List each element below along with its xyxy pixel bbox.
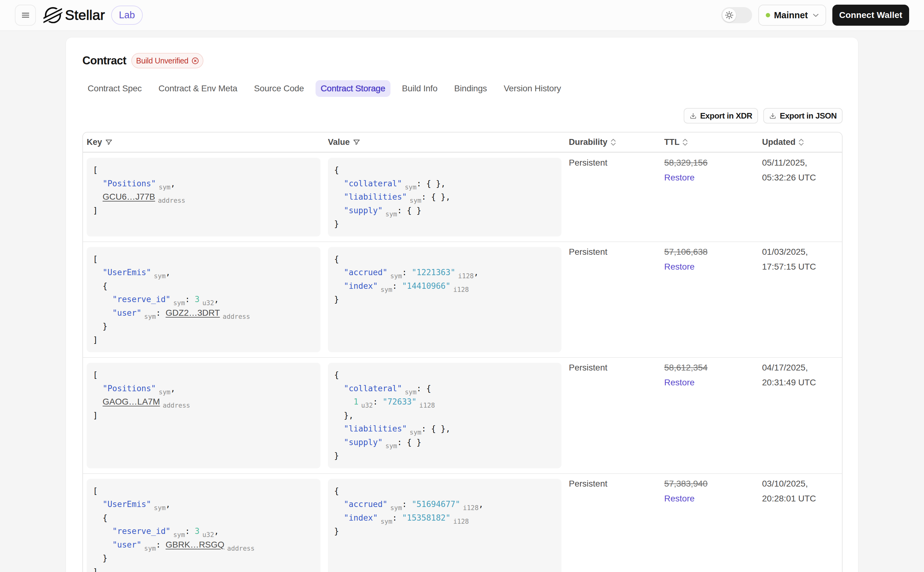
code-token-p: { [93, 281, 107, 291]
code-token-k: "index" [344, 513, 378, 522]
stellar-logo[interactable]: Stellar [44, 7, 105, 23]
theme-toggle[interactable] [721, 7, 752, 23]
tab-version-history[interactable]: Version History [499, 80, 566, 97]
code-token-p: : { [417, 384, 431, 393]
sort-icon [683, 139, 688, 146]
ttl-cell: 57,106,638Restore [661, 241, 758, 358]
code-token-p: }, [334, 411, 354, 420]
code-token-p [334, 192, 344, 202]
address-link[interactable]: GDZ2…3DRT [166, 308, 220, 317]
tab-contract-storage[interactable]: Contract Storage [316, 80, 390, 97]
code-token-p: : [392, 513, 402, 522]
code-token-p: : { }, [417, 179, 446, 188]
code-token-k: "reserve_id" [112, 527, 171, 536]
download-icon [769, 112, 776, 120]
restore-link[interactable]: Restore [664, 260, 754, 274]
code-token-t: sym [410, 429, 422, 436]
connect-wallet-button[interactable]: Connect Wallet [832, 5, 909, 26]
column-header-updated[interactable]: Updated [758, 132, 843, 152]
column-header-ttl[interactable]: TTL [661, 132, 758, 152]
download-icon [689, 112, 697, 120]
code-token-t: sym [154, 272, 166, 280]
code-token-p: } [93, 553, 107, 563]
updated-value: 04/17/2025,20:31:49 UTC [762, 360, 840, 390]
code-token-p: [ [93, 486, 98, 496]
ttl-cell: 57,383,940Restore [661, 473, 758, 572]
code-token-p [334, 513, 344, 522]
restore-link[interactable]: Restore [664, 375, 754, 390]
code-token-t: i128 [419, 402, 435, 409]
durability-value: Persistent [569, 155, 657, 170]
code-token-k: "liabilities" [344, 424, 407, 433]
updated-cell: 05/11/2025,05:32:26 UTC [758, 152, 843, 241]
code-token-t: sym [390, 272, 402, 280]
code-token-t: address [222, 313, 250, 320]
hamburger-icon [22, 12, 29, 18]
column-header-value[interactable]: Value [324, 132, 565, 152]
address-link[interactable]: GBRK…RSGQ [166, 540, 224, 549]
code-token-p: , [170, 384, 175, 393]
code-token-k: "collateral" [344, 179, 402, 188]
code-token-t: sym [386, 210, 397, 218]
code-token-k: "collateral" [344, 384, 402, 393]
code-token-t: sym [144, 545, 156, 552]
code-token-p: : [156, 308, 165, 317]
tab-source-code[interactable]: Source Code [249, 80, 309, 97]
code-token-k: "supply" [344, 206, 383, 215]
key-cell: [ "UserEmis"sym, { "reserve_id"sym: 3u32… [83, 241, 324, 358]
restore-link[interactable]: Restore [664, 491, 754, 506]
column-header-durability[interactable]: Durability [565, 132, 661, 152]
code-token-k: "accrued" [344, 500, 387, 509]
tab-contract-env-meta[interactable]: Contract & Env Meta [153, 80, 243, 97]
durability-cell: Persistent [565, 241, 661, 358]
code-token-k: "accrued" [344, 268, 387, 277]
code-token-t: sym [405, 389, 417, 396]
code-token-p: , [214, 527, 219, 536]
theme-toggle-knob [722, 8, 736, 22]
code-token-t: address [163, 402, 190, 409]
sort-icon [799, 139, 804, 146]
ttl-value: 57,383,940 [664, 479, 708, 488]
code-token-p: , [166, 268, 171, 277]
code-token-p: : [373, 397, 383, 406]
code-token-k: "Positions" [103, 179, 156, 188]
code-token-p [93, 268, 103, 277]
code-token-p: ] [93, 411, 98, 420]
address-link[interactable]: GCU6…J77B [103, 192, 155, 202]
main-content: Contract Build Unverified Contract SpecC… [0, 31, 924, 572]
tab-build-info[interactable]: Build Info [397, 80, 443, 97]
code-token-t: address [158, 197, 185, 204]
code-token-t: address [227, 545, 255, 552]
column-header-key[interactable]: Key [83, 132, 324, 152]
build-unverified-badge[interactable]: Build Unverified [131, 53, 204, 68]
code-token-t: sym [144, 313, 156, 320]
restore-link[interactable]: Restore [664, 170, 754, 185]
export-in-xdr-button[interactable]: Export in XDR [684, 108, 758, 123]
code-token-v: "14410966" [402, 281, 451, 291]
export-in-json-button[interactable]: Export in JSON [763, 108, 843, 123]
code-token-t: i128 [453, 518, 469, 525]
ttl-cell: 58,329,156Restore [661, 152, 758, 241]
durability-value: Persistent [569, 476, 657, 491]
address-link[interactable]: GAOG…LA7M [103, 397, 160, 406]
code-token-t: sym [159, 389, 171, 396]
updated-value: 05/11/2025,05:32:26 UTC [762, 155, 840, 185]
code-token-t: u32 [361, 402, 373, 409]
tab-contract-spec[interactable]: Contract Spec [82, 80, 147, 97]
code-token-p [93, 384, 103, 393]
code-token-k: "reserve_id" [112, 295, 171, 304]
ttl-value: 58,329,156 [664, 158, 708, 168]
network-picker[interactable]: Mainnet [758, 5, 826, 26]
code-token-p: } [334, 295, 339, 304]
tab-bindings[interactable]: Bindings [449, 80, 492, 97]
value-cell: { "accrued"sym: "51694677"i128, "index"s… [324, 473, 565, 572]
code-token-p [93, 192, 103, 202]
code-token-t: sym [386, 442, 397, 450]
code-token-t: u32 [202, 299, 214, 307]
value-code: { "accrued"sym: "1221363"i128, "index"sy… [328, 247, 562, 353]
code-token-p: , [214, 295, 219, 304]
menu-button[interactable] [15, 5, 36, 26]
code-token-p [334, 268, 344, 277]
code-token-p: } [334, 451, 339, 460]
code-token-t: sym [381, 518, 392, 525]
